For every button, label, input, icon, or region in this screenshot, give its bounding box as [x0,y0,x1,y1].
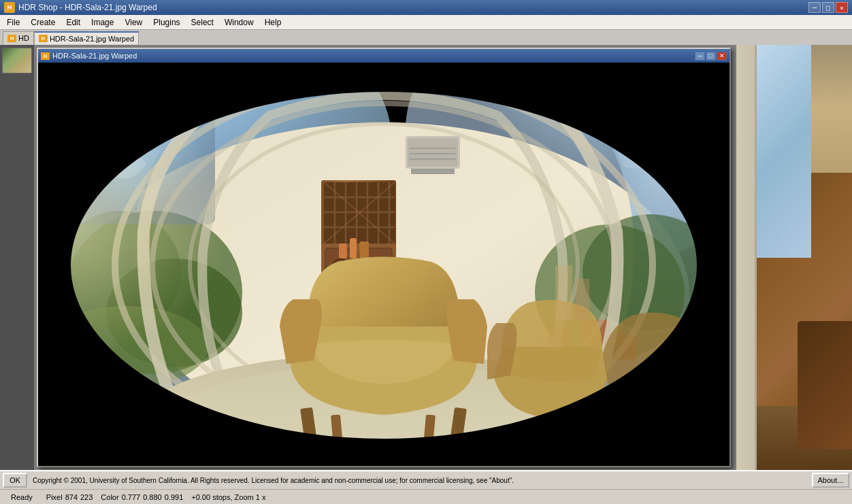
stops-info: +0.00 stops, Zoom 1 x [191,493,265,501]
ready-status: Ready [5,493,38,501]
menu-plugins[interactable]: Plugins [148,16,185,29]
pixel-label-group: Pixel 874 223 [46,493,93,501]
fisheye-svg [38,63,730,466]
image-window-title-left: H HDR-Sala-21.jpg Warped [41,52,137,60]
color-b: 0.991 [165,493,184,501]
menu-select[interactable]: Select [186,16,219,29]
status-bar: OK Copyright © 2001, University of South… [0,470,852,489]
image-window-titlebar: H HDR-Sala-21.jpg Warped ─ □ ✕ [38,49,730,63]
color-g: 0.880 [143,493,162,501]
svg-rect-47 [408,138,458,167]
svg-rect-40 [350,238,357,258]
app-icon: H [4,2,15,13]
image-window: H HDR-Sala-21.jpg Warped ─ □ ✕ [37,48,731,467]
pixel-info-bar: Ready Pixel 874 223 Color 0.777 0.880 0.… [0,489,852,504]
tab-strip: H HD H HDR-Sala-21.jpg Warped [0,30,852,45]
pixel-x: 874 [65,493,78,501]
right-chair-leg [798,321,852,449]
image-window-icon: H [41,52,50,60]
thumbnail-item-1[interactable] [2,48,32,73]
title-left: H HDR Shop - HDR-Sala-21.jpg Warped [4,2,157,13]
fisheye-image [38,63,730,466]
image-canvas[interactable] [38,63,730,466]
menu-file[interactable]: File [1,16,25,29]
svg-rect-51 [411,169,455,174]
app-content: H HD H HDR-Sala-21.jpg Warped H [0,30,852,504]
tab-hd[interactable]: H HD [3,31,34,45]
svg-rect-53 [576,279,589,320]
copyright-text: Copyright © 2001, University of Southern… [30,477,809,484]
window-frame-right-edge [736,45,757,470]
menu-help[interactable]: Help [259,16,287,29]
app-maximize-button[interactable]: □ [822,2,834,13]
app-title: HDR Shop - HDR-Sala-21.jpg Warped [18,3,157,12]
menu-edit[interactable]: Edit [61,16,86,29]
tab-hd-label: HD [18,34,29,42]
right-panel-bg [736,45,852,470]
tab-image[interactable]: H HDR-Sala-21.jpg Warped [34,31,139,45]
image-window-close[interactable]: ✕ [717,52,727,61]
menu-bar: File Create Edit Image View Plugins Sele… [0,15,852,30]
tab-hd-icon: H [7,35,16,42]
svg-rect-52 [555,265,572,320]
menu-create[interactable]: Create [25,16,61,29]
right-panel [736,45,852,470]
app-minimize-button[interactable]: ─ [808,2,821,13]
image-window-controls: ─ □ ✕ [695,52,727,61]
color-label: Color [101,493,118,501]
ok-button[interactable]: OK [3,473,27,488]
pixel-y: 223 [80,493,93,501]
image-window-maximize[interactable]: □ [706,52,716,61]
sky-right-panel [757,45,811,258]
tab-image-label: HDR-Sala-21.jpg Warped [50,35,134,43]
image-window-title: HDR-Sala-21.jpg Warped [52,52,137,60]
menu-window[interactable]: Window [219,16,259,29]
menu-image[interactable]: Image [86,16,119,29]
menu-view[interactable]: View [119,16,148,29]
app-window-controls: ─ □ ✕ [808,2,848,13]
color-label-group: Color 0.777 0.880 0.991 [101,493,183,501]
main-area: H HDR-Sala-21.jpg Warped ─ □ ✕ [0,45,852,470]
image-window-minimize[interactable]: ─ [695,52,705,61]
center-workspace: H HDR-Sala-21.jpg Warped ─ □ ✕ [34,45,736,470]
svg-rect-41 [359,241,369,258]
pixel-label: Pixel [46,493,63,501]
about-button[interactable]: About... [812,473,849,488]
left-thumbnail-panel [0,45,34,470]
color-r: 0.777 [122,493,141,501]
app-title-bar: H HDR Shop - HDR-Sala-21.jpg Warped ─ □ … [0,0,852,15]
app-close-button[interactable]: ✕ [836,2,848,13]
svg-rect-39 [339,243,347,258]
tab-image-icon: H [39,35,48,42]
